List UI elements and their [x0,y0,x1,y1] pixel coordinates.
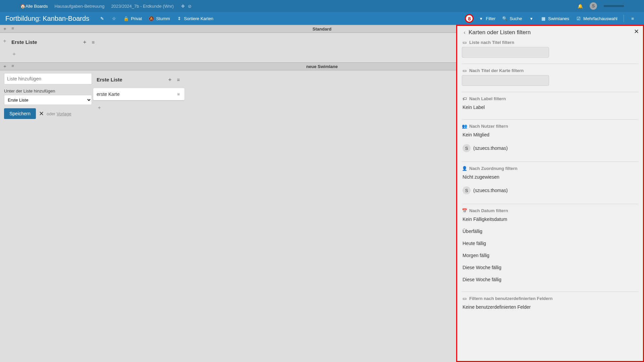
close-icon: ✕ [39,110,44,117]
add-card-placeholder-sl1[interactable]: ＋ [93,102,184,113]
user-chip-icon: S [463,144,471,152]
list-name-input[interactable] [4,73,92,84]
template-link[interactable]: Vorlage [57,111,71,116]
search-button[interactable]: 🔍Suche [499,16,525,21]
filter-due-week-1[interactable]: Diese Woche fällig [462,261,638,274]
swimlanes-button[interactable]: ▦Swimlanes [537,16,573,21]
filter-panel: ✕ ‹ Karten oder Listen filtern ▭Liste na… [456,25,644,362]
close-panel-button[interactable]: ✕ [634,28,639,35]
filter-label-header: 🏷Nach Label filtern [462,96,638,101]
filter-user-1-label: (szuecs.thomas) [473,145,508,151]
block-icon[interactable]: ⊘ [187,4,193,9]
edit-button[interactable]: ✎ [96,16,108,21]
user-avatar[interactable]: S [590,2,597,10]
card-icon: ▭ [462,68,467,73]
breadcrumb-2[interactable]: 2023/2024_7b - Erdkunde (Wnr) [111,4,173,9]
star-button[interactable]: ☆ [108,16,120,21]
list-menu-icon[interactable]: ≡ [91,39,96,45]
list-header-sl1[interactable]: Erste Liste ＋ ≡ [93,73,184,86]
filter-assign-user-1[interactable]: S (szuecs.thomas) [462,183,638,198]
back-icon[interactable]: ‹ [462,29,467,36]
filter-not-assigned[interactable]: Nicht zugewiesen [462,171,638,183]
filter-button[interactable]: ▾Filter [475,16,499,21]
filter-card-title-input[interactable] [462,75,549,86]
list-icon: ▭ [462,40,467,45]
user-icon: 👤 [462,166,467,171]
tag-icon: 🏷 [462,96,467,101]
hamburger-button[interactable]: ≡ [627,16,639,21]
user-chip-icon-2: S [463,186,471,194]
filter-due-today[interactable]: Heute fällig [462,237,638,249]
all-boards-link[interactable]: 🏠 Alle Boards [20,4,48,9]
list-menu-icon-sl1[interactable]: ≡ [176,77,181,82]
swimlane-title: Standard [313,26,331,32]
board-body: ＋ ≡ Standard ＋ Erste Liste ＋ ≡ ＋ ＋ ≡ neu… [0,25,644,362]
list-title-sl1: Erste Liste [97,77,122,82]
checkbox-icon: ☑ [576,16,581,21]
card-title: erste Karte [97,92,119,97]
mute-icon: 🔕 [149,16,154,21]
add-card-placeholder[interactable]: ＋ [8,49,99,60]
lock-icon: 🔒 [123,16,129,21]
divider [462,92,638,92]
divider [462,119,638,120]
save-button[interactable]: Speichern [4,108,36,119]
filter-user-1[interactable]: S (szuecs.thomas) [462,141,638,156]
add-card-icon[interactable]: ＋ [82,39,87,45]
mute-button[interactable]: 🔕Stumm [145,16,173,21]
breadcrumb-1[interactable]: Hausaufgaben-Betreuung [54,4,104,9]
home-icon: 🏠 [20,4,25,9]
toolbar-divider [624,15,624,22]
swimlane-menu-button-2[interactable]: ≡ [10,63,15,69]
filter-no-custom: Keine benutzerdefinierten Felder [462,301,638,313]
all-boards-label: Alle Boards [25,4,48,9]
list-header[interactable]: Erste Liste ＋ ≡ [8,36,99,49]
filter-due-tomorrow[interactable]: Morgen fällig [462,249,638,261]
filter-assign-header: 👤Nach Zuordnung filtern [462,166,638,171]
filter-overdue[interactable]: Überfällig [462,225,638,237]
edit-icon: ✎ [99,16,105,21]
add-swimlane-button-2[interactable]: ＋ [2,63,7,69]
swimlane-title-2: neue Swimlane [306,64,338,69]
add-list-form: Unter der Liste hinzufügen Erste Liste S… [4,73,92,119]
multiselect-button[interactable]: ☑Mehrfachauswahl [573,16,621,21]
add-swimlane-button[interactable]: ＋ [2,26,7,32]
divider [462,162,638,162]
cancel-button[interactable]: ✕ [39,110,44,117]
grid-icon: ▦ [541,16,546,21]
board-toolbar: Fortbildung: Kanban-Boards ✎ ☆ 🔒Privat 🔕… [0,12,644,25]
under-list-select[interactable]: Erste Liste [4,95,92,105]
board-title: Fortbildung: Kanban-Boards [5,15,89,22]
divider [462,204,638,204]
swimlane-menu-button[interactable]: ≡ [10,26,15,32]
card-menu-icon[interactable]: ≡ [176,92,181,97]
under-label: Unter der Liste hinzufügen [4,88,92,94]
hamburger-icon: ≡ [630,16,635,21]
filter-date-header: 📅Nach Datum filtern [462,208,638,213]
divider [462,64,638,64]
filter-no-label[interactable]: Kein Label [462,101,638,113]
template-link-wrap: oder Vorlage [47,111,71,116]
filter-no-due[interactable]: Kein Fälligkeitsdatum [462,213,638,225]
filter-list-title-input[interactable] [462,47,549,58]
filter-due-week-2[interactable]: Diese Woche fällig [462,274,638,286]
filter-card-header: ▭Nach Titel der Karte filtern [462,68,638,73]
dropdown-button[interactable]: ▾ [525,16,537,21]
top-navbar: 🏠 Alle Boards Hausaufgaben-Betreuung 202… [0,0,644,12]
user-menu-bar[interactable] [604,5,624,7]
bell-icon[interactable]: 🔔 [578,4,583,9]
private-button[interactable]: 🔒Privat [120,16,145,21]
search-icon: 🔍 [502,16,507,21]
move-icon[interactable]: ✥ [180,4,186,9]
add-card-icon-sl1[interactable]: ＋ [167,76,172,83]
plus-icon-sl1: ＋ [97,104,102,111]
add-list-button-sl0[interactable]: ＋ [0,33,5,45]
filter-user-header: 👥Nach Nutzer filtern [462,124,638,129]
filter-assign-user-1-label: (szuecs.thomas) [473,188,508,193]
filter-panel-title: Karten oder Listen filtern [469,29,531,36]
card-erste-karte[interactable]: erste Karte ≡ [93,88,184,100]
sort-button[interactable]: ⇕Sortiere Karten [173,16,217,21]
filter-no-member[interactable]: Kein Mitglied [462,129,638,141]
star-icon: ☆ [111,16,117,21]
list-title: Erste Liste [11,39,37,45]
